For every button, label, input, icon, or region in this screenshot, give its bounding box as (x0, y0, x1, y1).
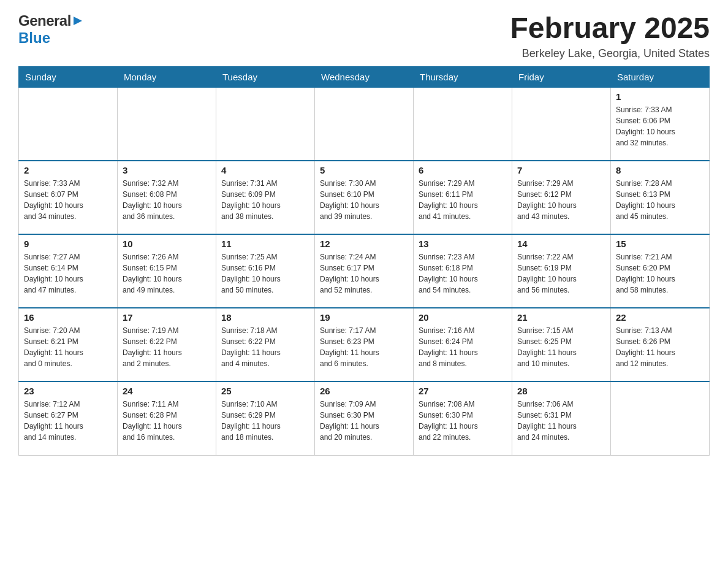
day-cell: 3Sunrise: 7:32 AMSunset: 6:08 PMDaylight… (118, 161, 216, 234)
day-cell: 17Sunrise: 7:19 AMSunset: 6:22 PMDayligh… (118, 308, 216, 381)
day-info: Sunrise: 7:15 AMSunset: 6:25 PMDaylight:… (517, 325, 605, 369)
day-info: Sunrise: 7:09 AMSunset: 6:30 PMDaylight:… (320, 399, 408, 443)
day-number: 1 (616, 91, 704, 102)
location-text: Berkeley Lake, Georgia, United States (510, 47, 710, 60)
month-title: February 2025 (510, 12, 710, 45)
day-cell: 25Sunrise: 7:10 AMSunset: 6:29 PMDayligh… (216, 381, 315, 455)
day-cell (216, 87, 315, 161)
day-cell: 22Sunrise: 7:13 AMSunset: 6:26 PMDayligh… (611, 308, 710, 381)
day-info: Sunrise: 7:25 AMSunset: 6:16 PMDaylight:… (221, 251, 309, 296)
day-info: Sunrise: 7:28 AMSunset: 6:13 PMDaylight:… (616, 178, 704, 222)
day-info: Sunrise: 7:16 AMSunset: 6:24 PMDaylight:… (419, 325, 507, 369)
day-info: Sunrise: 7:31 AMSunset: 6:09 PMDaylight:… (221, 178, 309, 222)
day-number: 6 (419, 165, 507, 175)
day-cell (611, 381, 710, 455)
day-number: 15 (616, 239, 704, 249)
day-number: 7 (517, 165, 605, 175)
day-number: 14 (517, 239, 605, 249)
day-info: Sunrise: 7:18 AMSunset: 6:22 PMDaylight:… (221, 325, 309, 369)
day-cell: 14Sunrise: 7:22 AMSunset: 6:19 PMDayligh… (512, 234, 611, 308)
logo-general-text: General (18, 12, 71, 29)
header-sunday: Sunday (19, 66, 118, 87)
day-cell: 19Sunrise: 7:17 AMSunset: 6:23 PMDayligh… (315, 308, 414, 381)
day-cell: 20Sunrise: 7:16 AMSunset: 6:24 PMDayligh… (414, 308, 512, 381)
day-cell (19, 87, 118, 161)
day-number: 3 (123, 165, 211, 175)
day-info: Sunrise: 7:19 AMSunset: 6:22 PMDaylight:… (123, 325, 211, 369)
day-cell: 9Sunrise: 7:27 AMSunset: 6:14 PMDaylight… (19, 234, 118, 308)
day-number: 4 (221, 165, 309, 175)
day-number: 8 (616, 165, 704, 175)
day-cell: 4Sunrise: 7:31 AMSunset: 6:09 PMDaylight… (216, 161, 315, 234)
day-cell: 7Sunrise: 7:29 AMSunset: 6:12 PMDaylight… (512, 161, 611, 234)
day-cell: 8Sunrise: 7:28 AMSunset: 6:13 PMDaylight… (611, 161, 710, 234)
day-info: Sunrise: 7:21 AMSunset: 6:20 PMDaylight:… (616, 251, 704, 296)
day-cell: 13Sunrise: 7:23 AMSunset: 6:18 PMDayligh… (414, 234, 512, 308)
day-info: Sunrise: 7:20 AMSunset: 6:21 PMDaylight:… (24, 325, 112, 369)
day-info: Sunrise: 7:26 AMSunset: 6:15 PMDaylight:… (123, 251, 211, 296)
header-monday: Monday (118, 66, 216, 87)
day-info: Sunrise: 7:10 AMSunset: 6:29 PMDaylight:… (221, 399, 309, 443)
day-info: Sunrise: 7:29 AMSunset: 6:12 PMDaylight:… (517, 178, 605, 222)
day-info: Sunrise: 7:32 AMSunset: 6:08 PMDaylight:… (123, 178, 211, 222)
day-number: 26 (320, 386, 408, 396)
day-cell: 28Sunrise: 7:06 AMSunset: 6:31 PMDayligh… (512, 381, 611, 455)
week-row-4: 16Sunrise: 7:20 AMSunset: 6:21 PMDayligh… (19, 308, 710, 381)
day-number: 12 (320, 239, 408, 249)
header-saturday: Saturday (611, 66, 710, 87)
header-tuesday: Tuesday (216, 66, 315, 87)
day-info: Sunrise: 7:33 AMSunset: 6:07 PMDaylight:… (24, 178, 112, 222)
day-number: 9 (24, 239, 112, 249)
day-number: 16 (24, 312, 112, 323)
day-cell: 23Sunrise: 7:12 AMSunset: 6:27 PMDayligh… (19, 381, 118, 455)
day-cell (118, 87, 216, 161)
day-cell (512, 87, 611, 161)
day-info: Sunrise: 7:23 AMSunset: 6:18 PMDaylight:… (419, 251, 507, 296)
day-cell: 24Sunrise: 7:11 AMSunset: 6:28 PMDayligh… (118, 381, 216, 455)
day-info: Sunrise: 7:06 AMSunset: 6:31 PMDaylight:… (517, 399, 605, 443)
day-number: 25 (221, 386, 309, 396)
weekday-header-row: Sunday Monday Tuesday Wednesday Thursday… (19, 66, 710, 87)
day-info: Sunrise: 7:12 AMSunset: 6:27 PMDaylight:… (24, 399, 112, 443)
week-row-3: 9Sunrise: 7:27 AMSunset: 6:14 PMDaylight… (19, 234, 710, 308)
day-cell: 18Sunrise: 7:18 AMSunset: 6:22 PMDayligh… (216, 308, 315, 381)
day-cell: 10Sunrise: 7:26 AMSunset: 6:15 PMDayligh… (118, 234, 216, 308)
day-cell (414, 87, 512, 161)
day-info: Sunrise: 7:13 AMSunset: 6:26 PMDaylight:… (616, 325, 704, 369)
day-cell: 5Sunrise: 7:30 AMSunset: 6:10 PMDaylight… (315, 161, 414, 234)
week-row-1: 1Sunrise: 7:33 AMSunset: 6:06 PMDaylight… (19, 87, 710, 161)
day-cell: 12Sunrise: 7:24 AMSunset: 6:17 PMDayligh… (315, 234, 414, 308)
day-info: Sunrise: 7:17 AMSunset: 6:23 PMDaylight:… (320, 325, 408, 369)
day-number: 21 (517, 312, 605, 323)
day-number: 5 (320, 165, 408, 175)
day-number: 17 (123, 312, 211, 323)
day-cell: 15Sunrise: 7:21 AMSunset: 6:20 PMDayligh… (611, 234, 710, 308)
header-thursday: Thursday (414, 66, 512, 87)
header-wednesday: Wednesday (315, 66, 414, 87)
day-cell: 27Sunrise: 7:08 AMSunset: 6:30 PMDayligh… (414, 381, 512, 455)
day-info: Sunrise: 7:24 AMSunset: 6:17 PMDaylight:… (320, 251, 408, 296)
day-info: Sunrise: 7:29 AMSunset: 6:11 PMDaylight:… (419, 178, 507, 222)
logo-arrow-icon (72, 15, 83, 26)
day-cell (315, 87, 414, 161)
title-section: February 2025 Berkeley Lake, Georgia, Un… (510, 12, 710, 60)
logo-blue-text: Blue (18, 29, 50, 47)
day-cell: 21Sunrise: 7:15 AMSunset: 6:25 PMDayligh… (512, 308, 611, 381)
day-number: 27 (419, 386, 507, 396)
day-info: Sunrise: 7:22 AMSunset: 6:19 PMDaylight:… (517, 251, 605, 296)
logo: General Blue (18, 12, 83, 47)
day-info: Sunrise: 7:33 AMSunset: 6:06 PMDaylight:… (616, 104, 704, 148)
svg-marker-0 (74, 17, 82, 25)
header-friday: Friday (512, 66, 611, 87)
day-number: 10 (123, 239, 211, 249)
day-number: 11 (221, 239, 309, 249)
day-cell: 26Sunrise: 7:09 AMSunset: 6:30 PMDayligh… (315, 381, 414, 455)
page-header: General Blue February 2025 Berkeley Lake… (18, 12, 710, 60)
day-info: Sunrise: 7:27 AMSunset: 6:14 PMDaylight:… (24, 251, 112, 296)
week-row-5: 23Sunrise: 7:12 AMSunset: 6:27 PMDayligh… (19, 381, 710, 455)
day-cell: 11Sunrise: 7:25 AMSunset: 6:16 PMDayligh… (216, 234, 315, 308)
week-row-2: 2Sunrise: 7:33 AMSunset: 6:07 PMDaylight… (19, 161, 710, 234)
day-number: 18 (221, 312, 309, 323)
day-number: 2 (24, 165, 112, 175)
day-number: 13 (419, 239, 507, 249)
